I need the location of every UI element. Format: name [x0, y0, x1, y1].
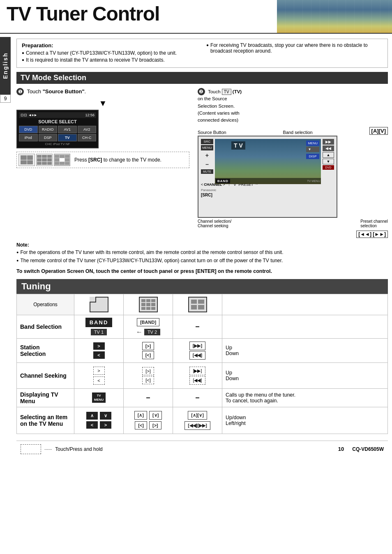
prep-bullet-3: For receiving TV broadcasts, stop your c…: [206, 42, 383, 54]
ops-col-header: Operations: [17, 294, 74, 315]
menu-button-panel[interactable]: MENU: [201, 145, 213, 150]
screen-title: SOURCE SELECT: [19, 119, 96, 124]
tvmenu-col4: Calls up the menu of the tuner.To cancel…: [222, 388, 388, 407]
panel-top-labels: Source Button Band selection [A][V]: [198, 127, 388, 135]
up-btn-touch[interactable]: ∧: [86, 412, 98, 420]
header-image: [277, 0, 392, 33]
prep-bullet-1: Connect a TV tuner (CY-TUP133W/CY-TUN133…: [22, 50, 198, 56]
tvmenu-col3: –: [173, 388, 222, 407]
grid2-icon-header: [176, 297, 219, 312]
step2-row: ❷ Touch TV (TV) on the SourceSelection S…: [198, 88, 388, 124]
band-label-screen: BAND: [216, 179, 230, 183]
source-button-text: "Source Button": [43, 88, 85, 95]
src-button-panel[interactable]: SRC: [201, 139, 213, 144]
tvmenu-col2: –: [124, 388, 173, 407]
prep-left: Preparation: Connect a TV tuner (CY-TUP1…: [22, 42, 198, 64]
bwd-btn-remote: [<]: [142, 351, 154, 359]
page-title: TV Tuner Control: [7, 3, 270, 25]
dn-btn-touch[interactable]: ∨: [100, 412, 111, 420]
step1-label: ❶ Touch "Source Button".: [16, 88, 189, 95]
dn-remote: [∨]: [149, 411, 162, 420]
src-bottom: [SRC]: [201, 193, 334, 197]
fwd-btn-touch[interactable]: >: [93, 342, 105, 350]
language-sidebar: English: [0, 37, 11, 95]
channel-seeking-row: Channel Seeking > < [>] [<] [▶▶]: [17, 362, 388, 388]
ch-fwd-remote: [>]: [142, 367, 154, 375]
page-header: TV Tuner Control: [0, 0, 392, 34]
select-col1: ∧ ∨ < >: [74, 407, 124, 434]
mute-btn[interactable]: MUTE: [201, 169, 213, 174]
src-icon-3: [54, 154, 70, 166]
skip-fwd[interactable]: ▶▶: [323, 139, 334, 145]
lt-btn-touch[interactable]: <: [86, 421, 98, 429]
aiv-label: [A][V]: [369, 127, 388, 135]
tv-mode-header: TV Mode Selection: [16, 72, 388, 84]
av2-btn[interactable]: AV2: [78, 126, 97, 133]
arrow-down: ▼: [16, 99, 189, 108]
tvmenu-label-cell: Displaying TVMenu: [17, 388, 74, 407]
channel-col1: > <: [74, 362, 124, 388]
select-col2: [∧] [∨] [<] [>]: [124, 407, 173, 434]
step1-num: ❶: [16, 88, 24, 95]
tv-mode-layout: ❶ Touch "Source Button". ▼ ⊡⊡ ◄♦► 12:56 …: [16, 88, 388, 238]
nav-dn[interactable]: ▼: [323, 159, 334, 164]
down-arrow-panel[interactable]: ▼: [306, 147, 319, 152]
bwd-btn-touch[interactable]: <: [93, 351, 105, 359]
tv-screen-bg: [215, 139, 321, 184]
model-name: CQ-VD6505W: [352, 446, 384, 452]
screen-buttons: DVD RADIO AV1 AV2 iPod DSP TV CH-C: [19, 126, 96, 141]
touchpad-icon-header: [78, 297, 120, 312]
tv-mode-right: ❷ Touch TV (TV) on the SourceSelection S…: [198, 88, 388, 238]
station-col2: [>] [<]: [124, 338, 173, 362]
chc-btn[interactable]: CH-C: [78, 134, 97, 141]
col4-header: [173, 294, 222, 315]
footer-page: 10: [338, 446, 344, 452]
disp-overlay[interactable]: DISP: [306, 154, 319, 159]
nav-up[interactable]: ▲: [323, 152, 334, 158]
preparation-box: Preparation: Connect a TV tuner (CY-TUP1…: [16, 39, 388, 68]
overlay-buttons: MENU ▼ DISP: [306, 141, 319, 159]
channel-label-cell: Channel Seeking: [17, 362, 74, 388]
station-selection-row: StationSelection > < [>] [<] [▶▶]: [17, 338, 388, 362]
preset-cap: Preset channelselection: [360, 219, 388, 228]
section-number: 9: [0, 95, 11, 103]
station-col3: [▶▶] [◀◀]: [173, 338, 222, 362]
rt-btn-touch[interactable]: >: [100, 421, 111, 429]
band-col1: BAND TV 1: [74, 315, 124, 338]
press-src-text: Press [SRC] to change to the TV mode.: [74, 157, 161, 163]
av1-btn[interactable]: AV1: [58, 126, 77, 133]
tv-screen: T V MENU ▼ DISP BAND TV MENU: [215, 139, 321, 184]
tv-btn[interactable]: TV: [58, 134, 77, 141]
station-label-cell: StationSelection: [17, 338, 74, 362]
source-button-label: Source Button: [198, 130, 226, 135]
band-selection-label: Band selection: [283, 130, 313, 135]
ch-bwd-touch[interactable]: <: [93, 376, 105, 385]
select-col4: Up/downLeft/right: [222, 407, 388, 434]
menu-overlay[interactable]: MENU: [306, 141, 319, 146]
to-switch-note: To switch Operation Screen ON, touch the…: [16, 268, 388, 274]
footer: ······ Touch/Press and hold 10 CQ-VD6505…: [16, 441, 388, 456]
screen-bottom: CHC iPod TV NF: [19, 142, 96, 146]
dsp-btn[interactable]: DSP: [39, 134, 58, 141]
prep-title: Preparation:: [22, 42, 198, 48]
arrow-right: ←: [136, 328, 143, 336]
ch-fwd-touch[interactable]: >: [93, 367, 105, 375]
channel-col2: [>] [<]: [124, 362, 173, 388]
dvd-btn[interactable]: DVD: [19, 126, 38, 133]
src-icon-1: [18, 154, 35, 166]
radio-btn[interactable]: RADIO: [39, 126, 58, 133]
channel-seeking-cap: Channel selection/Channel seeking: [198, 219, 231, 228]
tv-panel: SRC MENU + − MUTE T V MENU ▼: [198, 136, 337, 218]
header-left: TV Tuner Control: [0, 0, 277, 33]
band-label-cell: Band Selection: [17, 315, 74, 338]
ipod-btn[interactable]: iPod: [19, 134, 38, 141]
skip-bwd[interactable]: ◀◀: [323, 145, 334, 151]
channel-col4: UpDown: [222, 362, 388, 388]
band-col4: [222, 315, 388, 338]
tv-menu-icon[interactable]: TVMENU: [92, 392, 106, 403]
dvd-btn-panel[interactable]: DVD: [323, 165, 334, 170]
band-col3: –: [173, 315, 222, 338]
right-buttons: ▶▶ ◀◀ ▲ ▼ DVD: [323, 139, 334, 180]
grid-icon-header: [127, 297, 169, 312]
tuning-table: Operations: [16, 294, 388, 434]
